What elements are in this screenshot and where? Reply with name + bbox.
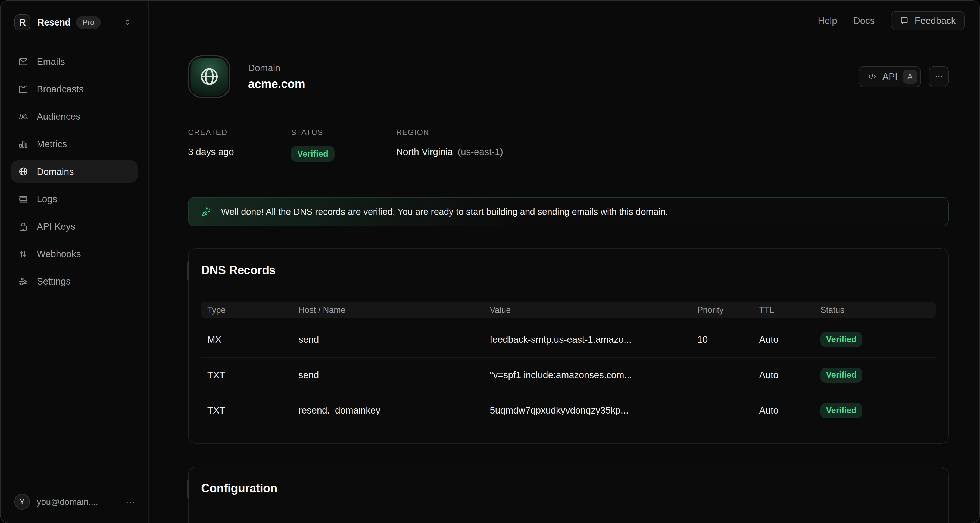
sidebar-nav: Emails Broadcasts Audiences Metrics: [0, 51, 148, 298]
cell-value: "v=spf1 include:amazonses.com...: [490, 370, 697, 380]
sliders-icon: [18, 276, 29, 287]
header-actions: API A: [859, 66, 949, 87]
domain-avatar: [188, 55, 231, 98]
feedback-button[interactable]: Feedback: [891, 11, 964, 30]
brand-name: Resend: [38, 17, 71, 28]
col-ttl: TTL: [759, 305, 820, 315]
sidebar-item-label: Domains: [37, 166, 74, 177]
topbar: Help Docs Feedback: [818, 11, 964, 30]
sidebar-item-label: Audiences: [37, 111, 80, 122]
sidebar-item-logs[interactable]: Logs: [11, 188, 137, 211]
lock-icon: [18, 221, 29, 232]
cell-ttl: Auto: [759, 334, 820, 345]
meta-created: CREATED 3 days ago: [188, 128, 291, 162]
meta-region: REGION North Virginia (us-east-1): [396, 128, 503, 162]
section-notch: [187, 480, 189, 499]
sidebar-item-webhooks[interactable]: Webhooks: [11, 243, 137, 265]
status-badge: Verified: [821, 332, 862, 347]
sidebar-item-metrics[interactable]: Metrics: [11, 133, 137, 155]
region-code: (us-east-1): [458, 146, 503, 158]
cell-host: send: [299, 334, 490, 345]
party-popper-icon: [200, 206, 212, 217]
code-icon: [867, 72, 877, 81]
sidebar-item-label: Broadcasts: [37, 84, 84, 95]
plan-badge: Pro: [76, 16, 101, 29]
dns-records-card: DNS Records Type Host / Name Value Prior…: [188, 249, 949, 444]
meta-status: STATUS Verified: [291, 128, 396, 162]
col-status: Status: [821, 305, 936, 315]
cell-host: send: [299, 370, 490, 380]
chevrons-up-down-icon[interactable]: [123, 18, 132, 27]
success-banner: Well done! All the DNS records are verif…: [188, 197, 949, 227]
user-row[interactable]: Y you@domain.... ⋯: [0, 494, 148, 523]
main-area: Help Docs Feedback Domain acme.com: [149, 0, 980, 523]
cell-type: TXT: [207, 370, 299, 380]
shortcut-key-badge: A: [903, 70, 917, 84]
dns-table-header: Type Host / Name Value Priority TTL Stat…: [201, 302, 936, 318]
bar-chart-icon: [18, 139, 29, 149]
section-notch: [187, 262, 189, 280]
resend-logo: R: [14, 14, 31, 31]
cell-priority: 10: [697, 334, 759, 345]
col-type: Type: [207, 305, 299, 315]
status-badge: Verified: [291, 146, 334, 162]
cell-value: feedback-smtp.us-east-1.amazo...: [490, 334, 697, 345]
cell-ttl: Auto: [759, 370, 820, 380]
page-title: acme.com: [248, 77, 305, 91]
sidebar-item-broadcasts[interactable]: Broadcasts: [11, 78, 137, 100]
sidebar-item-domains[interactable]: Domains: [11, 160, 137, 183]
cell-type: TXT: [207, 405, 299, 416]
api-button[interactable]: API A: [859, 66, 921, 87]
status-badge: Verified: [821, 403, 862, 418]
envelope-icon: [18, 57, 29, 67]
sidebar-item-api-keys[interactable]: API Keys: [11, 216, 137, 238]
help-link[interactable]: Help: [818, 16, 837, 26]
dns-records-title: DNS Records: [201, 263, 936, 277]
region-value: North Virginia: [396, 146, 453, 158]
sidebar-item-emails[interactable]: Emails: [11, 51, 137, 73]
domain-titles: Domain acme.com: [248, 63, 305, 91]
docs-link[interactable]: Docs: [853, 16, 875, 26]
ellipsis-icon: [934, 72, 943, 81]
created-label: CREATED: [188, 128, 291, 136]
cell-host: resend._domainkey: [299, 405, 490, 416]
feedback-label: Feedback: [915, 16, 956, 26]
status-label: STATUS: [291, 128, 396, 136]
col-priority: Priority: [697, 305, 759, 315]
col-value: Value: [490, 305, 697, 315]
log-lines-icon: [18, 194, 29, 204]
configuration-title: Configuration: [201, 482, 936, 495]
table-row: TXT send "v=spf1 include:amazonses.com..…: [201, 358, 936, 393]
more-options-button[interactable]: [929, 66, 949, 87]
cell-ttl: Auto: [759, 405, 820, 416]
sidebar-item-label: Metrics: [37, 139, 67, 149]
sidebar-item-label: Settings: [37, 276, 71, 287]
content: Domain acme.com API A: [188, 55, 949, 523]
banner-text: Well done! All the DNS records are verif…: [221, 207, 668, 217]
sidebar-item-audiences[interactable]: Audiences: [11, 105, 137, 128]
sidebar-item-settings[interactable]: Settings: [11, 270, 137, 293]
cell-type: MX: [207, 334, 299, 345]
dns-table-body: MX send feedback-smtp.us-east-1.amazo...…: [201, 322, 936, 428]
table-row: TXT resend._domainkey 5uqmdw7qpxudkyvdon…: [201, 393, 936, 428]
configuration-card: Configuration Click Tracking: [188, 467, 949, 523]
user-avatar: Y: [14, 494, 30, 509]
sidebar-item-label: Logs: [37, 194, 57, 204]
people-icon: [18, 111, 29, 122]
user-email: you@domain....: [37, 497, 98, 507]
cell-value: 5uqmdw7qpxudkyvdonqzy35kp...: [490, 405, 697, 416]
chat-bubble-icon: [900, 16, 909, 25]
api-button-label: API: [883, 71, 898, 82]
arrows-up-down-icon: [18, 249, 29, 259]
sidebar-item-label: API Keys: [37, 221, 75, 232]
ellipsis-icon[interactable]: ⋯: [126, 496, 135, 507]
dns-table: Type Host / Name Value Priority TTL Stat…: [201, 302, 936, 428]
domain-label: Domain: [248, 63, 305, 73]
globe-icon: [198, 66, 220, 87]
created-value: 3 days ago: [188, 146, 291, 158]
app-window: R Resend Pro Emails Broadcasts: [0, 0, 980, 523]
workspace-row[interactable]: R Resend Pro: [0, 0, 148, 30]
status-badge: Verified: [821, 368, 862, 383]
domain-meta: CREATED 3 days ago STATUS Verified REGIO…: [188, 128, 949, 162]
col-host: Host / Name: [299, 305, 490, 315]
